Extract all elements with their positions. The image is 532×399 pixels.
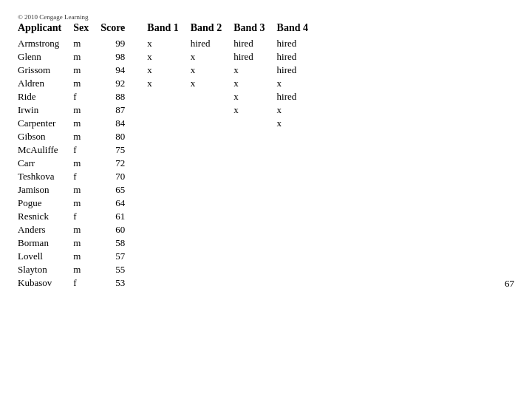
table-row: Lovellm57 — [18, 250, 320, 263]
cell-r13-c5 — [233, 210, 276, 223]
cell-r13-c6 — [277, 210, 320, 223]
table-row: Bormanm58 — [18, 236, 320, 250]
col-header-applicant: Applicant — [18, 22, 73, 37]
cell-r2-c2: 94 — [100, 64, 147, 77]
cell-r10-c2: 70 — [100, 170, 147, 183]
table-row: Andersm60 — [18, 223, 320, 236]
cell-r16-c6 — [277, 250, 320, 263]
cell-r1-c3: x — [147, 50, 190, 64]
cell-r9-c6 — [277, 157, 320, 170]
cell-r5-c1: m — [73, 103, 100, 117]
table-row: Poguem64 — [18, 197, 320, 210]
cell-r15-c5 — [233, 236, 276, 250]
cell-r1-c6: hired — [277, 50, 320, 64]
cell-r13-c4 — [191, 210, 233, 223]
table-row: Resnickf61 — [18, 210, 320, 223]
cell-r15-c6 — [277, 236, 320, 250]
cell-r5-c3 — [147, 103, 190, 117]
cell-r7-c4 — [191, 130, 233, 143]
cell-r15-c2: 58 — [100, 236, 147, 250]
cell-r14-c1: m — [73, 223, 100, 236]
cell-r4-c2: 88 — [100, 90, 147, 103]
cell-r0-c1: m — [73, 37, 100, 50]
applicant-table: Applicant Sex Score Band 1 Band 2 Band 3… — [18, 22, 320, 290]
cell-r6-c2: 84 — [100, 117, 147, 130]
cell-r17-c4 — [191, 263, 233, 276]
cell-r11-c2: 65 — [100, 183, 147, 197]
cell-r14-c0: Anders — [18, 223, 73, 236]
cell-r18-c5 — [233, 276, 276, 290]
cell-r11-c6 — [277, 183, 320, 197]
cell-r4-c0: Ride — [18, 90, 73, 103]
cell-r1-c2: 98 — [100, 50, 147, 64]
cell-r2-c3: x — [147, 64, 190, 77]
cell-r2-c5: x — [233, 64, 276, 77]
cell-r15-c4 — [191, 236, 233, 250]
cell-r6-c4 — [191, 117, 233, 130]
col-header-score: Score — [100, 22, 147, 37]
cell-r14-c5 — [233, 223, 276, 236]
cell-r3-c0: Aldren — [18, 77, 73, 90]
cell-r16-c3 — [147, 250, 190, 263]
cell-r15-c0: Borman — [18, 236, 73, 250]
cell-r18-c4 — [191, 276, 233, 290]
cell-r17-c3 — [147, 263, 190, 276]
cell-r5-c2: 87 — [100, 103, 147, 117]
table-header-row: Applicant Sex Score Band 1 Band 2 Band 3… — [18, 22, 320, 37]
cell-r12-c2: 64 — [100, 197, 147, 210]
col-header-sex: Sex — [73, 22, 100, 37]
table-row: Grissomm94xxxhired — [18, 64, 320, 77]
cell-r3-c3: x — [147, 77, 190, 90]
cell-r6-c6: x — [277, 117, 320, 130]
cell-r5-c0: Irwin — [18, 103, 73, 117]
cell-r11-c0: Jamison — [18, 183, 73, 197]
table-row: Aldrenm92xxxx — [18, 77, 320, 90]
table-row: Glennm98xxhiredhired — [18, 50, 320, 64]
table-row: McAuliffef75 — [18, 143, 320, 157]
page: © 2010 Cengage Learning Applicant Sex Sc… — [0, 0, 532, 297]
cell-r0-c6: hired — [277, 37, 320, 50]
cell-r10-c6 — [277, 170, 320, 183]
cell-r4-c4 — [191, 90, 233, 103]
cell-r13-c0: Resnick — [18, 210, 73, 223]
cell-r17-c2: 55 — [100, 263, 147, 276]
cell-r17-c6 — [277, 263, 320, 276]
cell-r16-c0: Lovell — [18, 250, 73, 263]
cell-r0-c5: hired — [233, 37, 276, 50]
cell-r15-c3 — [147, 236, 190, 250]
cell-r4-c3 — [147, 90, 190, 103]
cell-r11-c3 — [147, 183, 190, 197]
cell-r8-c2: 75 — [100, 143, 147, 157]
cell-r15-c1: m — [73, 236, 100, 250]
cell-r1-c5: hired — [233, 50, 276, 64]
cell-r13-c1: f — [73, 210, 100, 223]
cell-r0-c4: hired — [191, 37, 233, 50]
cell-r5-c6: x — [277, 103, 320, 117]
cell-r10-c0: Teshkova — [18, 170, 73, 183]
cell-r1-c1: m — [73, 50, 100, 64]
cell-r17-c0: Slayton — [18, 263, 73, 276]
cell-r2-c1: m — [73, 64, 100, 77]
cell-r7-c6 — [277, 130, 320, 143]
table-row: Carrm72 — [18, 157, 320, 170]
cell-r14-c6 — [277, 223, 320, 236]
cell-r5-c5: x — [233, 103, 276, 117]
col-header-band2: Band 2 — [191, 22, 233, 37]
cell-r4-c6: hired — [277, 90, 320, 103]
cell-r6-c1: m — [73, 117, 100, 130]
cell-r8-c3 — [147, 143, 190, 157]
cell-r7-c2: 80 — [100, 130, 147, 143]
cell-r12-c3 — [147, 197, 190, 210]
cell-r9-c0: Carr — [18, 157, 73, 170]
cell-r1-c4: x — [191, 50, 233, 64]
cell-r14-c4 — [191, 223, 233, 236]
cell-r16-c1: m — [73, 250, 100, 263]
cell-r9-c1: m — [73, 157, 100, 170]
table-row: Ridef88xhired — [18, 90, 320, 103]
cell-r14-c3 — [147, 223, 190, 236]
cell-r7-c1: m — [73, 130, 100, 143]
cell-r14-c2: 60 — [100, 223, 147, 236]
cell-r2-c6: hired — [277, 64, 320, 77]
cell-r17-c5 — [233, 263, 276, 276]
cell-r7-c0: Gibson — [18, 130, 73, 143]
